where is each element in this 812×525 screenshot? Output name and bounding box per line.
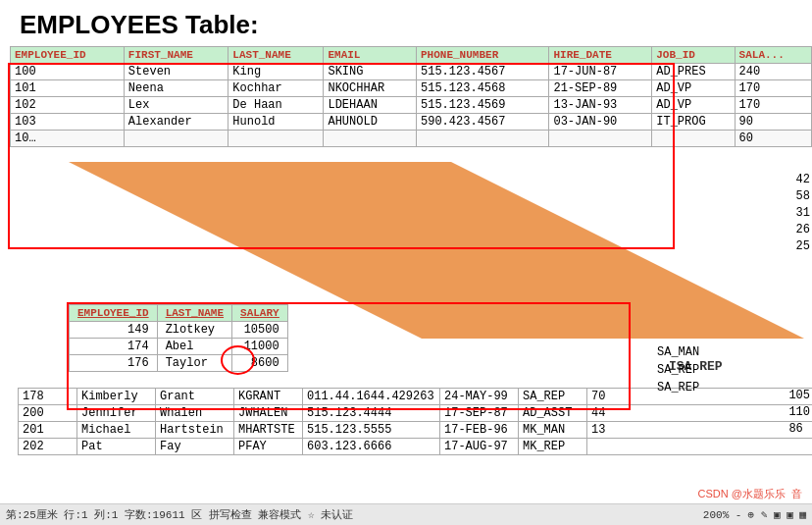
page-title: EMPLOYEES Table: [0, 0, 812, 46]
csdn-watermark: CSDN @水题乐乐 音 [697, 487, 802, 501]
main-container: EMPLOYEES Table: EMPLOYEE_ID FIRST_NAME … [0, 0, 812, 525]
table-row: 178 Kimberly Grant KGRANT 011.44.1644.42… [19, 389, 813, 405]
status-left: 第:25厘米 行:1 列:1 字数:19611 区 拼写检查 兼容模式 ☆ 未认… [6, 507, 353, 522]
status-right: 200% - ⊕ ✎ ▣ ▣ ▦ [703, 508, 806, 521]
employees-top-table: EMPLOYEE_ID FIRST_NAME LAST_NAME EMAIL P… [10, 46, 812, 147]
col-last-name: LAST_NAME [228, 47, 324, 64]
col-email: EMAIL [324, 47, 417, 64]
col-salary: SALA... [735, 47, 811, 64]
col-first-name: FIRST_NAME [124, 47, 228, 64]
result-col-last-name: LAST_NAME [157, 305, 231, 322]
isa-rep-label: ISA REP [669, 359, 723, 374]
table-row: 200 Jennifer Whalen JWHALEN 515.123.4444… [19, 405, 813, 422]
result-col-employee-id: EMPLOYEE_ID [70, 305, 158, 322]
result-row: 174 Abel 11000 [70, 339, 288, 355]
status-bar: 第:25厘米 行:1 列:1 字数:19611 区 拼写检查 兼容模式 ☆ 未认… [0, 503, 812, 525]
table-row: 100 Steven King SKING 515.123.4567 17-JU… [11, 64, 812, 80]
top-table-wrapper: EMPLOYEE_ID FIRST_NAME LAST_NAME EMAIL P… [0, 46, 812, 147]
sa-man-label: SA_MAN [657, 345, 699, 359]
table-row: 202 Pat Fay PFAY 603.123.6666 17-AUG-97 … [19, 439, 813, 455]
col-phone: PHONE_NUMBER [417, 47, 549, 64]
status-icons: ⊕ ✎ ▣ ▣ ▦ [747, 508, 806, 521]
col-employee-id: EMPLOYEE_ID [11, 47, 125, 64]
col-hire-date: HIRE_DATE [549, 47, 652, 64]
table-row: 101 Neena Kochhar NKOCHHAR 515.123.4568 … [11, 80, 812, 97]
result-row: 176 Taylor 8600 [70, 355, 288, 372]
bottom-table-wrapper: EMPLOYEE_ID LAST_NAME SALARY 149 Zlotkey… [69, 304, 288, 372]
result-table: EMPLOYEE_ID LAST_NAME SALARY 149 Zlotkey… [69, 304, 288, 372]
result-col-salary: SALARY [232, 305, 288, 322]
result-row: 149 Zlotkey 10500 [70, 322, 288, 339]
right-numbers: 42 58 31 26 25 [796, 172, 810, 255]
continuation-rows: 178 Kimberly Grant KGRANT 011.44.1644.42… [8, 388, 812, 455]
col-job-id: JOB_ID [652, 47, 735, 64]
table-row: 103 Alexander Hunold AHUNOLD 590.423.456… [11, 114, 812, 131]
sa-rep-label-1: SA_REP [657, 363, 699, 377]
table-row: 201 Michael Hartstein MHARTSTE 515.123.5… [19, 422, 813, 439]
zoom-level: 200% - [703, 509, 742, 521]
table-row: 102 Lex De Haan LDEHAAN 515.123.4569 13-… [11, 97, 812, 114]
table-row: 10… 60 [11, 131, 812, 147]
